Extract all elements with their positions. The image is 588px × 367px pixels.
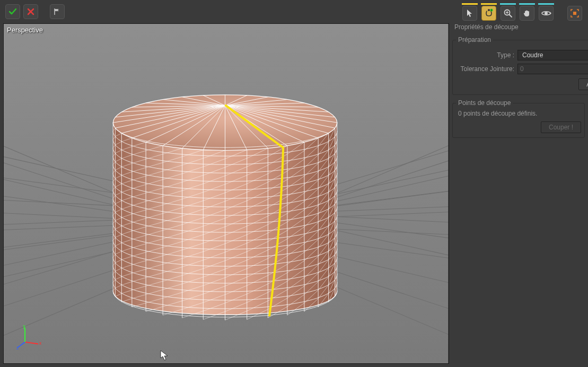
svg-rect-5 [573, 12, 576, 15]
accept-button[interactable] [5, 4, 20, 19]
apply-button[interactable]: Appliquer [578, 78, 588, 90]
add-point-tool[interactable] [481, 6, 496, 21]
frame-selection-button[interactable] [567, 6, 582, 21]
cut-points-group: Points de découpe 0 points de découpe dé… [452, 99, 585, 138]
tolerance-field [517, 64, 588, 74]
viewport-tool-group [462, 3, 583, 21]
top-toolbar [0, 0, 588, 23]
svg-point-4 [545, 12, 548, 15]
select-tool[interactable] [462, 6, 477, 21]
viewport-canvas [4, 24, 449, 363]
3d-viewport[interactable]: Perspective x y z [3, 23, 449, 364]
panel-title: Propriétés de découpe [452, 23, 585, 32]
properties-panel: Propriétés de découpe Préparation Type :… [452, 23, 588, 367]
cut-points-legend: Points de découpe [456, 99, 513, 107]
svg-point-0 [488, 9, 490, 11]
cut-button: Couper ! [541, 121, 581, 133]
type-label: Type : [456, 51, 514, 59]
cut-points-info: 0 points de découpe définis. [456, 110, 581, 117]
cancel-button[interactable] [23, 4, 38, 19]
zoom-tool[interactable] [501, 6, 515, 21]
pan-tool[interactable] [520, 6, 534, 21]
preparation-group: Préparation Type : Coudre Tolerance Join… [452, 36, 588, 95]
tolerance-label: Tolerance Jointure: [456, 65, 514, 73]
preparation-legend: Préparation [456, 36, 493, 43]
type-combo[interactable]: Coudre [517, 50, 588, 60]
orbit-tool[interactable] [539, 6, 554, 21]
flag-button[interactable] [50, 4, 65, 19]
